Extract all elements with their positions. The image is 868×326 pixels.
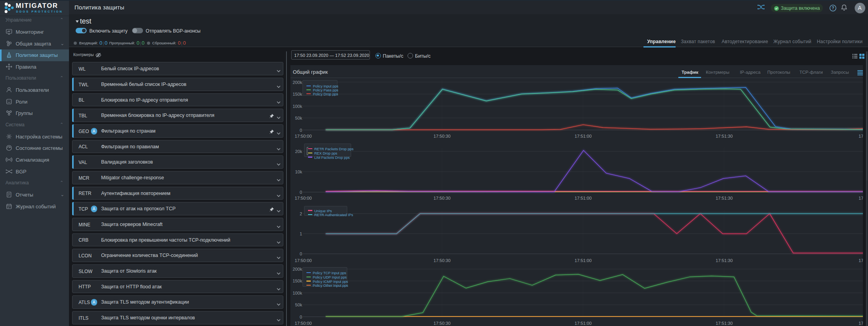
svg-text:17:52:00: 17:52:00: [859, 134, 863, 138]
svg-text:100k: 100k: [293, 104, 303, 109]
svg-text:17:51:00: 17:51:00: [574, 134, 592, 138]
svg-text:2: 2: [300, 211, 302, 216]
svg-text:17:51:00: 17:51:00: [574, 196, 592, 200]
svg-text:50k: 50k: [295, 302, 302, 307]
svg-text:17:50:30: 17:50:30: [433, 196, 451, 200]
svg-text:1: 1: [300, 231, 302, 236]
svg-text:?: ?: [832, 6, 834, 10]
svg-text:0: 0: [300, 251, 302, 256]
svg-text:150k: 150k: [293, 279, 303, 283]
svg-text:0: 0: [300, 128, 302, 133]
svg-text:17:52:00: 17:52:00: [859, 321, 863, 326]
svg-text:17:50:30: 17:50:30: [433, 321, 451, 326]
svg-text:17:50:00: 17:50:00: [295, 258, 312, 263]
svg-text:17:50:30: 17:50:30: [433, 134, 451, 138]
svg-text:17:50:30: 17:50:30: [433, 258, 451, 263]
svg-text:17:51:00: 17:51:00: [574, 258, 592, 263]
svg-text:17:50:00: 17:50:00: [295, 134, 312, 138]
svg-text:0: 0: [300, 315, 302, 319]
svg-text:50k: 50k: [295, 116, 302, 120]
svg-text:17:52:00: 17:52:00: [859, 258, 863, 263]
svg-text:17:51:30: 17:51:30: [716, 258, 733, 263]
svg-text:17:50:00: 17:50:00: [295, 196, 312, 200]
svg-text:10k: 10k: [295, 169, 302, 174]
svg-text:17:51:00: 17:51:00: [574, 321, 592, 326]
svg-text:17:50:00: 17:50:00: [295, 321, 312, 326]
svg-text:17:51:30: 17:51:30: [716, 321, 733, 326]
svg-text:17:51:30: 17:51:30: [716, 196, 733, 200]
svg-text:17:52:00: 17:52:00: [859, 196, 863, 200]
svg-text:200k: 200k: [293, 80, 303, 85]
svg-text:20k: 20k: [295, 149, 302, 154]
svg-text:100k: 100k: [293, 291, 303, 295]
svg-text:17:51:30: 17:51:30: [716, 134, 733, 138]
svg-text:0: 0: [300, 190, 302, 195]
svg-text:200k: 200k: [293, 267, 303, 271]
svg-text:150k: 150k: [293, 92, 303, 97]
